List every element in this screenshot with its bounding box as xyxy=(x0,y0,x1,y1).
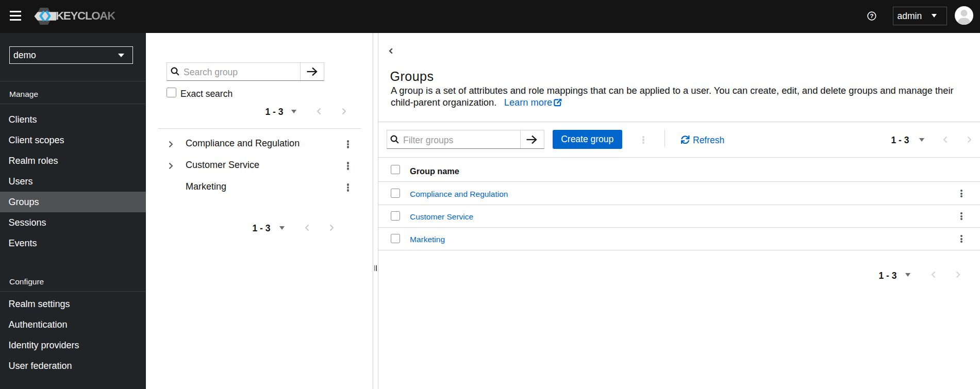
svg-text:?: ? xyxy=(870,13,873,19)
